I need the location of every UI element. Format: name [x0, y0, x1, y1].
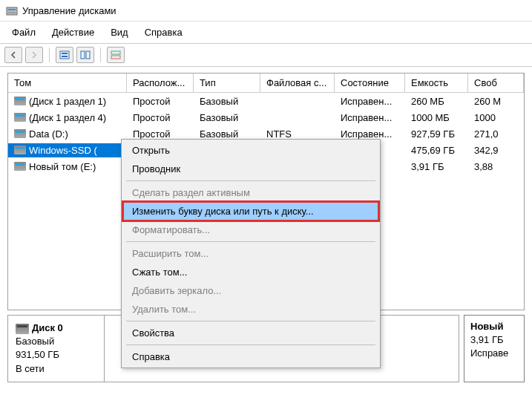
column-filesystem[interactable]: Файловая с... — [260, 74, 335, 92]
toolbar-separator — [49, 48, 50, 62]
view-disks-button[interactable] — [76, 47, 94, 63]
volume-row[interactable]: (Диск 1 раздел 1) Простой Базовый Исправ… — [8, 93, 524, 109]
app-icon — [6, 4, 18, 16]
ctx-mark-active: Сделать раздел активным — [123, 183, 378, 202]
ctx-separator — [126, 241, 375, 242]
refresh-button[interactable] — [107, 47, 125, 63]
view-volumes-button[interactable] — [56, 47, 73, 63]
column-volume[interactable]: Том — [8, 74, 127, 92]
svg-rect-1 — [8, 9, 16, 10]
volumes-list: Том Располож... Тип Файловая с... Состоя… — [7, 73, 525, 310]
svg-rect-8 — [111, 51, 120, 54]
volume-icon — [14, 162, 26, 171]
toolbar — [0, 44, 532, 67]
ctx-properties[interactable]: Свойства — [123, 324, 378, 342]
svg-rect-3 — [60, 51, 69, 59]
ctx-change-letter[interactable]: Изменить букву диска или путь к диску... — [123, 202, 378, 221]
partition-box[interactable]: Новый 3,91 ГБ Исправе — [464, 315, 525, 382]
back-button[interactable] — [4, 47, 22, 63]
svg-rect-0 — [7, 7, 17, 15]
column-type[interactable]: Тип — [194, 74, 260, 92]
menu-file[interactable]: Файл — [4, 25, 43, 40]
menu-help[interactable]: Справка — [137, 25, 190, 40]
volume-icon — [14, 113, 26, 122]
ctx-shrink[interactable]: Сжать том... — [123, 263, 378, 281]
svg-rect-2 — [8, 12, 16, 13]
toolbar-separator — [100, 48, 101, 62]
list-header: Том Располож... Тип Файловая с... Состоя… — [8, 74, 524, 93]
volume-icon — [14, 129, 26, 138]
content-area: Том Располож... Тип Файловая с... Состоя… — [0, 67, 532, 390]
svg-rect-6 — [81, 51, 85, 59]
ctx-explorer[interactable]: Проводник — [123, 160, 378, 178]
column-status[interactable]: Состояние — [335, 74, 405, 92]
ctx-add-mirror: Добавить зеркало... — [123, 281, 378, 300]
svg-rect-9 — [111, 56, 120, 59]
svg-rect-7 — [86, 51, 90, 59]
volume-icon — [14, 97, 26, 105]
ctx-extend: Расширить том... — [123, 244, 378, 263]
context-menu: Открыть Проводник Сделать раздел активны… — [121, 139, 381, 368]
disk-info: Диск 0 Базовый 931,50 ГБ В сети — [8, 316, 105, 382]
ctx-open[interactable]: Открыть — [123, 141, 378, 160]
menu-view[interactable]: Вид — [103, 25, 136, 40]
column-free[interactable]: Своб — [468, 74, 524, 92]
svg-rect-4 — [62, 53, 68, 54]
volume-icon — [14, 146, 26, 154]
menubar: Файл Действие Вид Справка — [0, 22, 532, 44]
ctx-separator — [126, 321, 375, 321]
ctx-separator — [126, 180, 375, 181]
disk-icon — [16, 324, 29, 334]
column-capacity[interactable]: Емкость — [405, 74, 468, 92]
menu-action[interactable]: Действие — [45, 25, 102, 40]
ctx-separator — [126, 344, 375, 345]
ctx-help[interactable]: Справка — [123, 347, 378, 366]
forward-button[interactable] — [25, 47, 43, 63]
ctx-format: Форматировать... — [123, 221, 378, 239]
volume-row[interactable]: (Диск 1 раздел 4) Простой Базовый Исправ… — [8, 109, 524, 125]
column-layout[interactable]: Располож... — [127, 74, 194, 92]
svg-rect-5 — [62, 56, 68, 57]
titlebar: Управление дисками — [0, 0, 532, 22]
ctx-delete: Удалить том... — [123, 300, 378, 319]
window-title: Управление дисками — [22, 5, 116, 16]
